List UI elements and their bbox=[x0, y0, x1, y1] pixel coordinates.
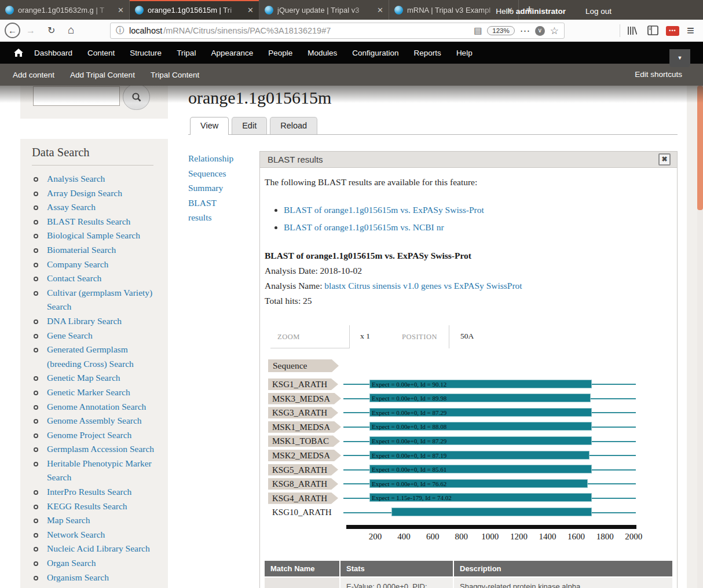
hsp-bar[interactable]: Expect = 0.00e+0, Id = 76.62 bbox=[369, 479, 588, 488]
data-search-link[interactable]: Generated Germplasm (breeding Cross) Sea… bbox=[47, 344, 134, 369]
tab-close-icon[interactable]: ✕ bbox=[247, 6, 254, 14]
data-search-link[interactable]: InterPro Results Search bbox=[47, 487, 131, 497]
browser-tab[interactable]: orange1.1g015615m | Tri✕ bbox=[130, 0, 259, 20]
data-search-link[interactable]: Organism Search bbox=[47, 572, 109, 582]
hsp-bar[interactable]: Expect = 1.15e-179, Id = 74.02 bbox=[369, 493, 592, 502]
extension-badge-icon[interactable]: ••• bbox=[666, 26, 679, 36]
search-input[interactable] bbox=[33, 86, 120, 106]
data-search-link[interactable]: Genome Annotation Search bbox=[47, 402, 146, 411]
home-icon[interactable]: ⌂ bbox=[68, 24, 74, 36]
track-name-pennant[interactable]: MSK1_TOBAC bbox=[268, 435, 340, 447]
back-icon[interactable]: ← bbox=[5, 23, 20, 38]
tab-view[interactable]: View bbox=[190, 117, 229, 135]
sidebars-icon[interactable] bbox=[647, 25, 658, 35]
data-search-link[interactable]: Contact Search bbox=[47, 273, 101, 283]
shortcut-tripal-content[interactable]: Tripal Content bbox=[151, 71, 199, 79]
admin-menu-reports[interactable]: Reports bbox=[407, 49, 449, 57]
data-search-link[interactable]: KEGG Results Search bbox=[47, 501, 127, 511]
search-button[interactable] bbox=[123, 86, 150, 110]
blast-report-link[interactable]: BLAST of orange1.1g015615m vs. NCBI nr bbox=[284, 222, 444, 232]
track-name-pennant[interactable]: KSG10_ARATH bbox=[268, 506, 332, 518]
tab-edit[interactable]: Edit bbox=[232, 117, 267, 134]
shortcut-add-content[interactable]: Add content bbox=[13, 71, 54, 79]
data-search-link[interactable]: Germplasm Accession Search bbox=[47, 444, 154, 454]
admin-menu-tripal[interactable]: Tripal bbox=[169, 49, 203, 57]
hsp-bar[interactable] bbox=[391, 508, 592, 516]
data-search-link[interactable]: Nucleic Acid Library Search bbox=[47, 543, 150, 553]
track-name-pennant[interactable]: MSK3_MEDSA bbox=[268, 393, 341, 405]
data-search-link[interactable]: DNA Library Search bbox=[47, 316, 122, 326]
browser-tab[interactable]: jQuery update | Tripal v3✕ bbox=[259, 0, 389, 20]
hsp-bar[interactable]: Expect = 0.00e+0, Id = 87.29 bbox=[369, 436, 592, 445]
hsp-bar[interactable]: Expect = 0.00e+0, Id = 85.61 bbox=[369, 465, 592, 473]
data-search-link[interactable]: Biomaterial Search bbox=[47, 245, 116, 255]
data-search-link[interactable]: Array Design Search bbox=[47, 188, 122, 198]
admin-menu-dashboard[interactable]: Dashboard bbox=[27, 49, 80, 57]
blast-report-link[interactable]: BLAST of orange1.1g015615m vs. ExPASy Sw… bbox=[284, 205, 484, 215]
track-name-pennant[interactable]: KSG5_ARATH bbox=[268, 464, 338, 476]
data-search-link[interactable]: Genome Assembly Search bbox=[47, 416, 142, 425]
panel-close-icon[interactable]: ✖ bbox=[658, 153, 671, 166]
pocket-icon[interactable]: ∨ bbox=[535, 26, 545, 36]
data-search-link[interactable]: Network Search bbox=[47, 530, 105, 539]
data-search-link[interactable]: Map Search bbox=[47, 515, 90, 525]
toolbar-toggle-button[interactable]: ▼ bbox=[669, 49, 690, 67]
data-search-link[interactable]: Cultivar (germplasm Variety) Search bbox=[47, 288, 152, 312]
tab-reload[interactable]: Reload bbox=[270, 117, 317, 134]
menu-icon[interactable]: ≡ bbox=[687, 23, 694, 38]
browser-tab[interactable]: orange1.1g015632m.g | T✕ bbox=[0, 0, 130, 20]
toc-link-summary[interactable]: Summary bbox=[188, 181, 240, 196]
scrollbar-thumb[interactable] bbox=[697, 86, 703, 210]
url-bar[interactable]: ⓘ localhost /mRNA/Citrus/sinensis/PAC%3A… bbox=[110, 23, 565, 39]
data-search-link[interactable]: Genetic Map Search bbox=[47, 373, 120, 383]
data-search-link[interactable]: Company Search bbox=[47, 259, 108, 269]
tab-close-icon[interactable]: ✕ bbox=[118, 6, 124, 14]
site-info-icon[interactable]: ⓘ bbox=[116, 25, 124, 36]
tab-close-icon[interactable]: ✕ bbox=[377, 6, 383, 14]
reload-icon[interactable]: ↻ bbox=[47, 25, 55, 36]
data-search-link[interactable]: Genetic Marker Search bbox=[47, 387, 130, 397]
data-search-link[interactable]: Genome Project Search bbox=[47, 430, 131, 440]
hsp-bar[interactable]: Expect = 0.00e+0, Id = 90.12 bbox=[369, 380, 592, 388]
shortcut-add-tripal-content[interactable]: Add Tripal Content bbox=[70, 71, 135, 79]
page-actions-icon[interactable]: ⋯ bbox=[520, 25, 530, 37]
data-search-link[interactable]: Organ Search bbox=[47, 558, 96, 568]
track-name-pennant[interactable]: KSG1_ARATH bbox=[268, 378, 338, 390]
forward-icon[interactable]: → bbox=[26, 25, 35, 36]
admin-menu-configuration[interactable]: Configuration bbox=[345, 49, 406, 57]
data-search-link[interactable]: Assay Search bbox=[47, 202, 96, 212]
track-name-pennant[interactable]: MSK1_MEDSA bbox=[268, 421, 341, 433]
admin-menu-help[interactable]: Help bbox=[449, 49, 480, 57]
admin-menu-modules[interactable]: Modules bbox=[300, 49, 345, 57]
admin-menu-content[interactable]: Content bbox=[80, 49, 122, 57]
bookmark-star-icon[interactable]: ☆ bbox=[550, 25, 559, 37]
hsp-bar[interactable]: Expect = 0.00e+0, Id = 88.08 bbox=[369, 422, 592, 431]
zoom-control-value[interactable]: x 1 bbox=[360, 332, 370, 341]
hsp-bar[interactable]: Expect = 0.00e+0, Id = 87.29 bbox=[369, 408, 592, 417]
reader-mode-icon[interactable]: ▤ bbox=[474, 25, 482, 36]
data-search-link[interactable]: BLAST Results Search bbox=[47, 216, 130, 226]
logout-link[interactable]: Log out bbox=[585, 7, 612, 16]
library-icon[interactable] bbox=[627, 25, 637, 36]
position-control-value[interactable]: 50A bbox=[460, 332, 474, 341]
edit-shortcuts-link[interactable]: Edit shortcuts bbox=[635, 70, 682, 79]
toc-link-blast-results[interactable]: BLAST results bbox=[188, 196, 240, 225]
data-search-link[interactable]: Biological Sample Search bbox=[47, 230, 140, 240]
zoom-level-badge[interactable]: 123% bbox=[487, 26, 514, 35]
admin-menu-people[interactable]: People bbox=[261, 49, 300, 57]
data-search-link[interactable]: Analysis Search bbox=[47, 174, 105, 183]
admin-menu-appearance[interactable]: Appearance bbox=[203, 49, 261, 57]
track-name-pennant[interactable]: KSG3_ARATH bbox=[268, 407, 338, 418]
data-search-link[interactable]: Heritable Phenotypic Marker Search bbox=[47, 458, 152, 483]
admin-menu-structure[interactable]: Structure bbox=[122, 49, 169, 57]
toc-link-sequences[interactable]: Sequences bbox=[188, 166, 240, 181]
analysis-name-link[interactable]: blastx Citrus sinensis v1.0 genes vs ExP… bbox=[324, 281, 522, 291]
track-name-pennant[interactable]: KSG4_ARATH bbox=[268, 493, 338, 504]
track-name-pennant[interactable]: MSK2_MEDSA bbox=[268, 450, 341, 461]
hsp-bar[interactable]: Expect = 0.00e+0, Id = 89.98 bbox=[369, 394, 591, 402]
data-search-link[interactable]: Gene Search bbox=[47, 330, 93, 340]
admin-home-icon[interactable] bbox=[14, 49, 23, 57]
toc-link-relationship[interactable]: Relationship bbox=[188, 151, 240, 166]
hsp-bar[interactable]: Expect = 0.00e+0, Id = 87.19 bbox=[369, 451, 590, 460]
track-name-pennant[interactable]: KSG8_ARATH bbox=[268, 478, 338, 490]
